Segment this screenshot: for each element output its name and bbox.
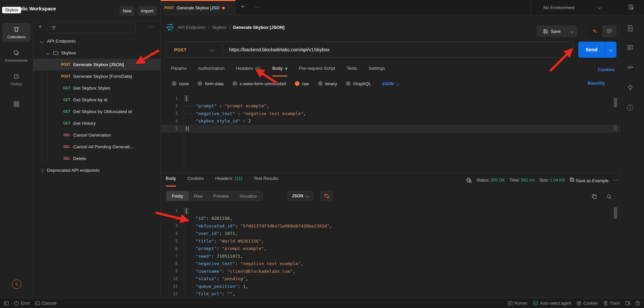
sidebar-item[interactable]: GETGet Skybox Styles <box>33 82 160 94</box>
tab-settings[interactable]: Settings <box>369 66 385 76</box>
beautify-link[interactable]: Beautify <box>588 81 605 86</box>
collection-search-input[interactable] <box>48 22 136 33</box>
request-tab[interactable]: POST Generate Skybox [JSO <box>160 0 235 15</box>
new-button[interactable]: New <box>119 6 135 16</box>
code-line[interactable]: 1{ <box>160 95 620 102</box>
environment-selector[interactable]: No Environment <box>543 0 601 15</box>
chevron-down-icon[interactable] <box>46 51 49 55</box>
search-response-button[interactable] <box>606 194 612 201</box>
response-tab-headers[interactable]: Headers(11) <box>215 176 243 187</box>
comments-button[interactable] <box>602 25 616 37</box>
scrollbar-thumb[interactable] <box>614 98 617 107</box>
documentation-button[interactable] <box>627 25 633 33</box>
tab-options-button[interactable]: ⋯ <box>255 4 260 10</box>
code-line[interactable]: 9 "username": "client@blockadelabs.com", <box>160 267 620 275</box>
sidebar-more-button[interactable]: ⋯ <box>148 24 154 30</box>
sidebar-item[interactable]: DELCancel All Pending Generati... <box>33 141 160 153</box>
statusbar-help-button[interactable] <box>635 301 640 306</box>
add-collection-button[interactable]: + <box>38 23 42 31</box>
request-body-editor[interactable]: 1{2····"prompt"·:·"prompt example",3····… <box>160 91 620 173</box>
sidebar-item[interactable]: GETGet History <box>33 117 160 129</box>
tab-body[interactable]: Body <box>272 66 287 76</box>
request-tips-button[interactable] <box>627 85 633 93</box>
tab-tests[interactable]: Tests <box>346 66 357 76</box>
info-icon[interactable]: i <box>627 105 633 111</box>
send-options-button[interactable] <box>605 42 616 58</box>
sidebar-item[interactable]: API Endpoints <box>33 35 160 47</box>
response-tab-test-results[interactable]: Test Results <box>254 176 279 187</box>
tab-headers[interactable]: Headers(8) <box>236 66 261 76</box>
statusbar-trash[interactable]: Trash <box>603 301 620 306</box>
save-button[interactable]: Save <box>537 25 567 37</box>
edit-request-button[interactable]: ✎ <box>588 25 602 37</box>
sidebar-item[interactable]: DELDelete <box>33 153 160 164</box>
statusbar-console[interactable]: Console <box>35 301 57 306</box>
sidebar-item[interactable]: DELCancel Generation <box>33 129 160 141</box>
scrollbar-thumb[interactable] <box>614 207 617 219</box>
response-tab-body[interactable]: Body <box>166 176 176 187</box>
tab-params[interactable]: Params <box>171 66 187 76</box>
breadcrumb-root[interactable]: API Endpoints <box>178 25 205 30</box>
code-line[interactable]: 11 "queue_position": 1, <box>160 283 620 290</box>
code-line[interactable]: 7 "seed": 710511071, <box>160 252 620 260</box>
rail-item-history[interactable]: History <box>2 70 31 89</box>
send-button[interactable]: Send <box>578 42 616 58</box>
statusbar-layout-button[interactable] <box>4 301 9 305</box>
breadcrumb-folder[interactable]: Skybox <box>212 25 226 30</box>
view-visualize[interactable]: Visualize <box>234 191 262 201</box>
response-language-selector[interactable]: JSON <box>287 191 314 201</box>
body-mode-GraphQL[interactable]: GraphQL <box>346 81 371 86</box>
code-line[interactable]: 2 "id": 8261156, <box>160 215 620 222</box>
collapse-sidebar-button[interactable] <box>12 279 21 289</box>
code-line[interactable]: 10 "status": "pending", <box>160 275 620 283</box>
code-line[interactable]: 5} <box>160 125 620 133</box>
body-mode-none[interactable]: none <box>172 81 189 86</box>
code-line[interactable]: 12 "file_url": "", <box>160 290 620 298</box>
view-pretty[interactable]: Pretty <box>166 191 189 201</box>
sidebar-item[interactable]: POSTGenerate Skybox [JSON] <box>33 59 160 70</box>
row-more-button[interactable]: ⋯ <box>149 50 154 56</box>
save-options-button[interactable] <box>567 25 577 37</box>
save-as-example-button[interactable]: Save as Example <box>570 177 608 183</box>
sidebar-item[interactable]: GETGet Skybox by Obfuscated id <box>33 106 160 117</box>
response-more-button[interactable]: ⋯ <box>613 177 619 183</box>
code-line[interactable]: 6 "prompt": "prompt example", <box>160 245 620 253</box>
statusbar-runner[interactable]: Runner <box>508 301 528 306</box>
url-input[interactable]: https://backend.blockadelabs.com/api/v1/… <box>229 47 330 52</box>
tab-authorization[interactable]: Authorization <box>198 66 225 76</box>
statusbar-cookies[interactable]: Cookies <box>577 301 598 306</box>
body-mode-x-www-form-urlencoded[interactable]: x-www-form-urlencoded <box>232 81 286 86</box>
code-line[interactable]: 2····"prompt"·:·"prompt example", <box>160 102 620 110</box>
chevron-down-icon[interactable] <box>210 48 214 51</box>
code-line[interactable]: 5 "title": "World #8261156", <box>160 237 620 245</box>
code-line[interactable]: 8 "negative_text": "negative text exampl… <box>160 260 620 268</box>
method-selector[interactable]: POST <box>174 47 186 52</box>
statusbar-auto-select-agent[interactable]: Auto-select agent <box>533 301 571 306</box>
chevron-right-icon[interactable] <box>40 168 43 172</box>
tab-pre-request-script[interactable]: Pre-request Script <box>299 66 335 76</box>
statusbar-panel-button[interactable] <box>625 301 630 305</box>
environment-quick-look-icon[interactable] <box>628 4 635 12</box>
code-line[interactable]: 4····"skybox_style_id"·:·2 <box>160 117 620 125</box>
body-mode-binary[interactable]: binary <box>318 81 337 86</box>
code-snippet-button[interactable]: </> <box>627 65 633 70</box>
body-mode-raw[interactable]: raw <box>295 81 309 86</box>
chevron-down-icon[interactable] <box>40 39 43 43</box>
sidebar-item[interactable]: POSTGenerate Skybox [FormData] <box>33 70 160 82</box>
response-body-viewer[interactable]: 1{2 "id": 8261156,3 "obfuscated_id": "5f… <box>160 204 620 298</box>
copy-response-button[interactable] <box>592 194 597 201</box>
cookies-link[interactable]: Cookies <box>598 67 615 72</box>
code-line[interactable]: 1{ <box>160 207 620 215</box>
comments-rail-button[interactable] <box>627 45 633 52</box>
view-raw[interactable]: Raw <box>189 191 208 201</box>
response-tab-cookies[interactable]: Cookies <box>187 176 204 187</box>
new-tab-button[interactable]: + <box>241 3 245 10</box>
request-title[interactable]: Generate Skybox [JSON] <box>233 25 284 30</box>
sidebar-item[interactable]: Deprecated API endpoints <box>33 164 160 176</box>
sidebar-item[interactable]: GETGet Skybox by id <box>33 94 160 106</box>
code-line[interactable]: 3····"negative_text"·:·"negative text ex… <box>160 110 620 117</box>
code-line[interactable]: 3 "obfuscated_id": "5fdd13fdf3d6a71e068e… <box>160 222 620 230</box>
view-preview[interactable]: Preview <box>208 191 234 201</box>
rail-item-collections[interactable]: Collections <box>2 23 31 42</box>
import-button[interactable]: Import <box>138 6 157 16</box>
